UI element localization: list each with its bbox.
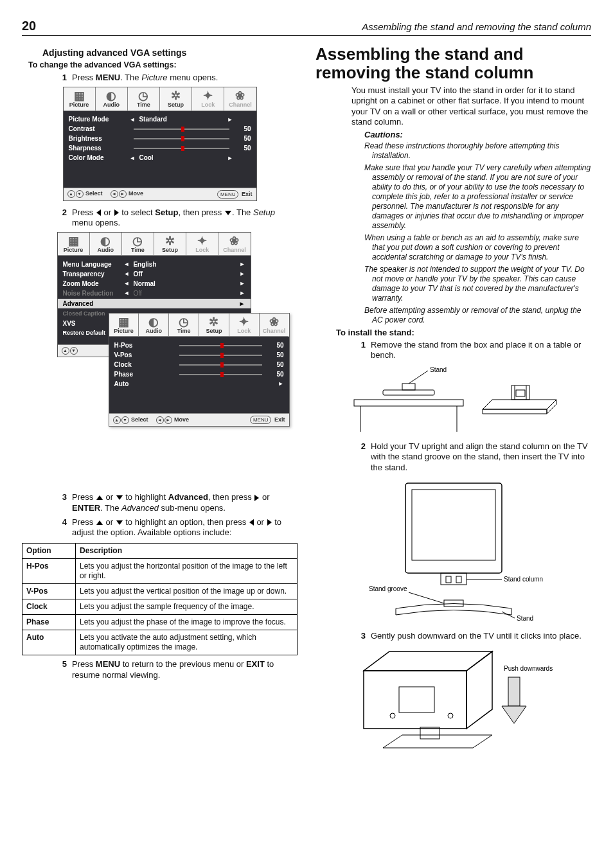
vga-options-table: OptionDescription H-PosLets you adjust t… [22,543,298,655]
svg-rect-25 [399,687,434,713]
left-step-3: 3 Press or to highlight Advanced, then p… [53,492,298,513]
diagram-stand-on-table: Stand [315,364,591,435]
svg-rect-0 [354,400,463,406]
svg-rect-15 [441,573,466,585]
svg-rect-13 [405,483,502,573]
svg-line-5 [409,371,428,384]
label-push-downwards: Push downwards [504,665,553,672]
left-step-5: 5 Press MENU to return to the previous m… [53,659,298,680]
osd-advanced-submenu: ▦Picture ◐Audio ◷Time ✲Setup ✦Lock ❀Chan… [109,313,290,427]
left-column: Adjusting advanced VGA settings To chang… [22,45,298,780]
svg-marker-7 [483,409,547,414]
right-step-1: 1 Remove the stand from the box and plac… [351,340,591,361]
svg-rect-4 [402,384,415,390]
left-lead: To change the advanced VGA settings: [28,60,298,71]
svg-marker-28 [383,735,492,748]
caution-item: The speaker is not intended to support t… [364,265,591,303]
svg-rect-3 [383,390,434,395]
diagram-push-down: Push downwards [315,645,591,774]
diagram-align-stand: Stand column Stand groove Stand [315,477,591,624]
svg-marker-22 [364,651,492,671]
caution-item: Read these instructions thoroughly befor… [364,141,591,161]
svg-marker-24 [466,651,492,729]
right-arrow-icon [114,209,119,216]
svg-marker-31 [502,706,526,723]
svg-rect-30 [508,677,520,706]
caution-item: Before attempting assembly or removal of… [364,306,591,325]
install-heading: To install the stand: [336,328,591,338]
label-stand: Stand [430,366,447,373]
svg-rect-17 [456,576,461,583]
down-arrow-icon [116,495,123,500]
right-arrow-icon [254,495,259,501]
down-arrow-icon [225,211,231,215]
left-heading: Adjusting advanced VGA settings [42,48,298,59]
left-step-1: 1 Press MENU. The Picture menu opens. [53,73,298,83]
svg-marker-23 [364,671,466,729]
left-step-2: 2 Press or to select Setup, then press .… [53,208,298,229]
svg-line-20 [409,592,444,603]
label-stand-groove: Stand groove [369,585,407,592]
caution-item: Make sure that you handle your TV very c… [364,163,591,231]
osd-tab-picture: ▦Picture [64,87,96,111]
left-step-4: 4 Press or to highlight an option, then … [53,517,298,538]
table-row: H-Pos [22,559,76,584]
svg-marker-8 [547,400,556,414]
svg-point-26 [390,713,395,718]
svg-rect-12 [516,390,525,396]
step-number: 1 [53,73,72,83]
svg-line-21 [502,612,515,618]
running-head: Assembling the stand and removing the st… [362,21,591,33]
page-header: 20 Assembling the stand and removing the… [22,18,591,36]
svg-rect-14 [412,490,495,560]
page-number: 20 [22,18,36,34]
svg-point-27 [448,713,453,718]
left-arrow-icon [96,209,101,216]
label-stand: Stand [517,615,533,622]
osd-picture-menu: ▦Picture ◐Audio ◷Time ✲Setup ✦Lock ❀Chan… [63,87,257,200]
section-title: Assembling the stand and removing the st… [315,45,591,82]
svg-rect-16 [446,576,451,583]
right-step-2: 2 Hold your TV upright and align the sta… [351,441,591,473]
right-step-3: 3 Gently push downward on the TV until i… [351,631,591,641]
step-text: Press MENU. The Picture menu opens. [72,73,298,83]
section-intro: You must install your TV into the stand … [351,85,591,127]
cautions-heading: Cautions: [364,130,591,140]
caution-item: When using a table or bench as an aid to… [364,233,591,262]
label-stand-column: Stand column [504,576,543,583]
svg-rect-9 [511,385,529,400]
up-arrow-icon [96,495,103,500]
right-column: Assembling the stand and removing the st… [315,45,591,780]
svg-marker-6 [483,400,556,409]
